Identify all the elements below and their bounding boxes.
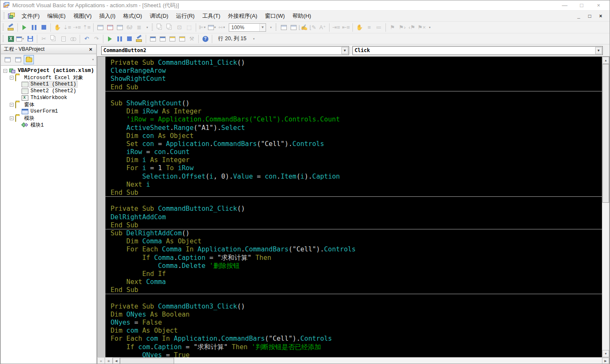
tree-item-sheet2[interactable]: Sheet2 (Sheet2) bbox=[1, 88, 96, 94]
watch-window-button[interactable] bbox=[115, 23, 125, 32]
toolbar-overflow-icon[interactable]: ▾ bbox=[427, 23, 432, 32]
vertical-scrollbar-thumb[interactable] bbox=[602, 64, 609, 203]
object-combobox[interactable]: CommandButton2 ▼ bbox=[101, 46, 349, 55]
save-button[interactable] bbox=[25, 34, 35, 44]
procedure-combobox-arrow-icon[interactable]: ▼ bbox=[595, 47, 602, 54]
zoom-combobox-arrow-icon[interactable]: ▼ bbox=[259, 24, 266, 31]
run-button[interactable] bbox=[105, 34, 115, 44]
toolbar-overflow-icon[interactable]: ▾ bbox=[252, 34, 256, 44]
view-code-button[interactable] bbox=[3, 55, 13, 64]
undo-button[interactable]: ↶ bbox=[82, 34, 92, 44]
run-sub-button[interactable] bbox=[19, 23, 29, 32]
copy-button[interactable] bbox=[49, 34, 58, 44]
prev-bookmark-button[interactable]: ‹⚑ bbox=[407, 23, 417, 32]
dropdown-caret-icon[interactable]: ▾ bbox=[222, 25, 226, 29]
procedure-combobox[interactable]: Click ▼ bbox=[352, 46, 603, 55]
toggle-folders-button[interactable] bbox=[24, 55, 34, 64]
tree-item-thisworkbook[interactable]: ThisWorkbook bbox=[1, 94, 96, 101]
reset-button[interactable] bbox=[125, 34, 134, 44]
menu-format[interactable]: 格式(O) bbox=[119, 11, 146, 22]
restore-button[interactable]: □ bbox=[573, 1, 590, 10]
immediate-window-button[interactable] bbox=[105, 23, 115, 32]
find-button[interactable] bbox=[68, 34, 78, 44]
design-mode-button[interactable] bbox=[134, 34, 144, 44]
break-button[interactable] bbox=[29, 23, 39, 32]
toolbar-grip[interactable] bbox=[152, 24, 154, 31]
call-stack-button[interactable]: ≣ bbox=[134, 23, 144, 32]
toolbox-button[interactable] bbox=[177, 34, 187, 44]
parameter-info-button[interactable]: ⌊✎ bbox=[308, 23, 318, 32]
tree-expander-icon[interactable]: − bbox=[10, 76, 14, 80]
scroll-up-icon[interactable]: ▲ bbox=[602, 57, 609, 64]
tree-item-module1[interactable]: 模块1 bbox=[1, 121, 96, 128]
tree-expander-icon[interactable]: − bbox=[3, 69, 7, 73]
full-module-view-button[interactable]: ≡ bbox=[105, 358, 113, 364]
break-button[interactable] bbox=[115, 34, 125, 44]
toolbar-overflow-icon[interactable]: ▾ bbox=[145, 23, 150, 32]
tree-expander-icon[interactable]: − bbox=[10, 116, 14, 120]
step-over-button[interactable]: ⇢≡ bbox=[72, 23, 82, 32]
dropdown-caret-icon[interactable]: ▾ bbox=[203, 25, 207, 29]
clear-bookmarks-button[interactable]: ⚑× bbox=[417, 23, 427, 32]
procedure-view-button[interactable]: = bbox=[97, 358, 105, 364]
view-excel-button[interactable]: X bbox=[6, 34, 16, 44]
quick-info-button[interactable]: ⌊✍ bbox=[298, 23, 308, 32]
reset-button[interactable] bbox=[39, 23, 49, 32]
vertical-scrollbar[interactable]: ▲ ▼ bbox=[602, 57, 609, 357]
scroll-right-icon[interactable]: ▶ bbox=[602, 358, 609, 364]
list-constants-button[interactable] bbox=[288, 23, 298, 32]
menu-help[interactable]: 帮助(H) bbox=[288, 11, 315, 22]
help-button[interactable]: ? bbox=[200, 34, 210, 44]
scroll-left-icon[interactable]: ◀ bbox=[113, 358, 120, 364]
horizontal-scrollbar[interactable]: = ≡ ◀ ▶ bbox=[97, 357, 610, 364]
code-margin-indicator-bar[interactable] bbox=[97, 57, 105, 357]
uncomment-block-button[interactable]: ≔ bbox=[374, 23, 384, 32]
design-mode-button[interactable] bbox=[6, 23, 16, 32]
child-restore-button[interactable]: □ bbox=[584, 12, 595, 20]
align-button[interactable]: ⊫▾ bbox=[198, 23, 208, 32]
insert-userform-button[interactable]: ▾ bbox=[16, 34, 25, 44]
object-browser-button[interactable] bbox=[167, 34, 177, 44]
menu-edit[interactable]: 编辑(E) bbox=[44, 11, 69, 22]
tree-item-forms-folder[interactable]: −窗体 bbox=[1, 101, 96, 108]
center-button[interactable]: ▾ bbox=[208, 23, 217, 32]
tree-item-vbaproject[interactable]: −VBAProject (action.xlsm) bbox=[1, 67, 96, 74]
menu-file[interactable]: 文件(F) bbox=[18, 11, 44, 22]
scroll-down-icon[interactable]: ▼ bbox=[602, 350, 609, 357]
child-close-button[interactable]: × bbox=[595, 12, 606, 20]
step-into-button[interactable]: ⇣≡ bbox=[62, 23, 72, 32]
bring-to-front-button[interactable] bbox=[155, 23, 165, 32]
project-panel-close-icon[interactable]: × bbox=[87, 46, 94, 52]
menu-insert[interactable]: 插入(I) bbox=[95, 11, 119, 22]
quick-watch-button[interactable]: 6∂ bbox=[125, 23, 134, 32]
view-object-button[interactable] bbox=[13, 55, 23, 64]
menu-run[interactable]: 运行(R) bbox=[172, 11, 198, 22]
step-out-button[interactable]: ⇡≡ bbox=[82, 23, 92, 32]
redo-button[interactable]: ↷ bbox=[92, 34, 101, 44]
tree-item-sheet1[interactable]: Sheet1 (Sheet1) bbox=[1, 81, 96, 88]
code-editor[interactable]: Private Sub CommandButton1_Click()ClearR… bbox=[105, 57, 602, 357]
ms-forms-button[interactable]: ⚒ bbox=[187, 34, 197, 44]
list-properties-button[interactable] bbox=[279, 23, 288, 32]
send-to-back-button[interactable] bbox=[165, 23, 175, 32]
menu-addins[interactable]: 外接程序(A) bbox=[224, 11, 261, 22]
toggle-breakpoint2-button[interactable]: ✋ bbox=[355, 23, 364, 32]
tree-item-userform1[interactable]: UserForm1 bbox=[1, 108, 96, 115]
menu-window[interactable]: 窗口(W) bbox=[261, 11, 288, 22]
horizontal-scrollbar-thumb[interactable] bbox=[120, 358, 174, 364]
indent-button[interactable]: ⇥≡ bbox=[331, 23, 341, 32]
toolbar-overflow-icon[interactable]: ▾ bbox=[269, 23, 273, 32]
vertical-scrollbar-track[interactable] bbox=[602, 203, 609, 350]
outdent-button[interactable]: ⇤≡ bbox=[341, 23, 351, 32]
complete-word-button[interactable]: A⁺ bbox=[318, 23, 327, 32]
toolbar-grip[interactable] bbox=[3, 35, 5, 43]
object-combobox-arrow-icon[interactable]: ▼ bbox=[341, 47, 348, 54]
tree-expander-icon[interactable]: − bbox=[10, 103, 14, 107]
toggle-breakpoint-button[interactable]: ✋ bbox=[53, 23, 62, 32]
zoom-combobox[interactable]: 100%▼ bbox=[229, 23, 266, 32]
same-size-button[interactable]: ⇿▾ bbox=[217, 23, 227, 32]
menu-view[interactable]: 视图(V) bbox=[69, 11, 95, 22]
tree-item-excel-objects[interactable]: −Microsoft Excel 对象 bbox=[1, 74, 96, 81]
toolbar-grip[interactable] bbox=[3, 24, 5, 31]
cut-button[interactable]: ✂ bbox=[39, 34, 49, 44]
